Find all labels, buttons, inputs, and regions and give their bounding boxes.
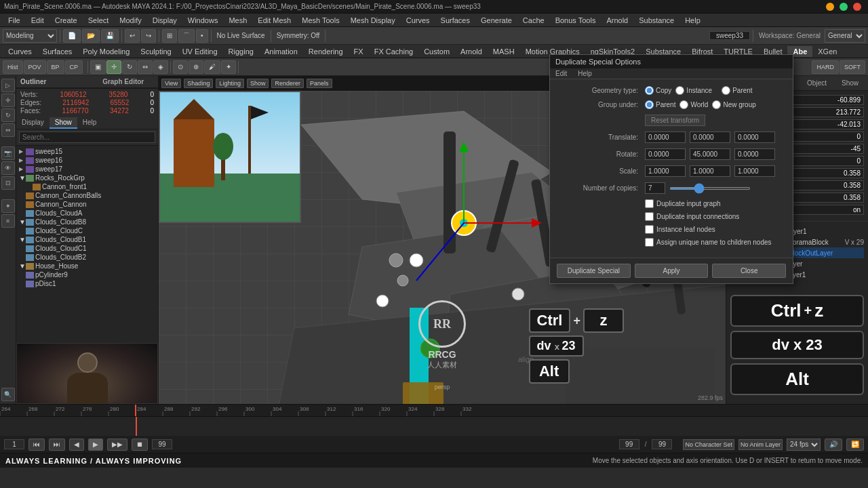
menu-windows[interactable]: Windows <box>182 15 224 26</box>
menu-create[interactable]: Create <box>50 15 83 26</box>
newgroup-gu-radio-label[interactable]: New group <box>712 100 755 109</box>
menu-bonus[interactable]: Bonus Tools <box>550 15 601 26</box>
parent-gu-radio[interactable] <box>645 100 654 109</box>
isolate-select-btn[interactable]: ⊡ <box>1 176 15 190</box>
translate-y-dialog[interactable] <box>690 131 730 143</box>
vp-show-menu[interactable]: Show <box>247 79 269 88</box>
close-btn[interactable] <box>853 3 861 11</box>
menu-mesh[interactable]: Mesh <box>223 15 252 26</box>
save-file-btn[interactable]: 💾 <box>101 29 119 43</box>
assign-unique-cb[interactable] <box>645 238 654 247</box>
dup-input-conn-cb[interactable] <box>645 212 654 221</box>
menu-file[interactable]: File <box>3 15 26 26</box>
go-start-btn[interactable]: ⏮ <box>28 439 45 451</box>
smenu-mash[interactable]: MASH <box>488 46 520 57</box>
num-copies-slider[interactable] <box>669 187 751 190</box>
snap-curve-btn[interactable]: ⌒ <box>178 29 195 43</box>
dialog-menu-edit[interactable]: Edit <box>550 68 572 79</box>
tree-item-sweep15[interactable]: ▶ sweep15 <box>16 147 158 156</box>
menu-curves[interactable]: Curves <box>401 15 435 26</box>
tree-item-rocks[interactable]: ▼ Rocks_RockGrp <box>16 174 158 182</box>
rotate-x-dialog[interactable] <box>645 148 686 160</box>
select-tool[interactable]: ▣ <box>90 60 106 74</box>
tree-item-sweep16[interactable]: ▶ sweep16 <box>16 156 158 165</box>
vp-panels-menu[interactable]: Panels <box>307 79 332 88</box>
scale-x-dialog[interactable] <box>645 165 686 177</box>
reset-transform-btn[interactable]: Reset transform <box>645 115 705 126</box>
tree-item-cloudB2[interactable]: Clouds_CloudB2 <box>16 253 158 262</box>
outliner-search-input[interactable] <box>19 131 155 143</box>
scale-mode-btn[interactable]: ⇔ <box>1 123 15 137</box>
channels-show-tab[interactable]: Show <box>836 78 864 88</box>
rotate-z-dialog[interactable] <box>734 148 775 160</box>
step-fwd-btn[interactable]: ▶▶ <box>107 439 127 451</box>
new-file-btn[interactable]: 📄 <box>63 29 81 43</box>
vp-view-menu[interactable]: View <box>161 79 181 88</box>
step-back-btn[interactable]: ⏭ <box>49 439 65 451</box>
menu-surfaces[interactable]: Surfaces <box>435 15 475 26</box>
select-mode-btn[interactable]: ▷ <box>1 79 15 92</box>
smenu-uvediting[interactable]: UV Editing <box>177 46 223 57</box>
vp-renderer-menu[interactable]: Renderer <box>271 79 304 88</box>
close-btn[interactable]: Close <box>712 264 786 278</box>
go-end-btn[interactable]: ⏹ <box>132 439 148 451</box>
smenu-sculpting[interactable]: Sculpting <box>135 46 176 57</box>
vp-shading-menu[interactable]: Shading <box>184 79 213 88</box>
hist-btn[interactable]: Hist <box>3 60 23 74</box>
tree-item-house[interactable]: ▼ House_House <box>16 262 158 270</box>
smenu-polymodeling[interactable]: Poly Modeling <box>77 46 135 57</box>
smenu-rendering[interactable]: Rendering <box>303 46 349 57</box>
menu-display[interactable]: Display <box>147 15 182 26</box>
bp-btn[interactable]: BP <box>47 60 64 74</box>
newgroup-gu-radio[interactable] <box>712 100 721 109</box>
smenu-animation[interactable]: Animation <box>259 46 303 57</box>
workspace-select[interactable]: General <box>825 29 865 43</box>
smenu-curves[interactable]: Curves <box>3 46 37 57</box>
cp-btn[interactable]: CP <box>65 60 83 74</box>
instance-leaf-cb[interactable] <box>645 225 654 234</box>
pov-btn[interactable]: POV <box>24 60 46 74</box>
paint-tool[interactable]: ⊕ <box>189 60 203 74</box>
scale-y-dialog[interactable] <box>690 165 730 177</box>
frame-start-input[interactable] <box>4 439 24 449</box>
smenu-arnold[interactable]: Arnold <box>455 46 488 57</box>
outliner-tab-display[interactable]: Display <box>16 117 50 129</box>
smenu-xgen[interactable]: XGen <box>812 46 842 57</box>
tree-item-cylinder[interactable]: pCylinder9 <box>16 270 158 279</box>
menu-help[interactable]: Help <box>679 15 706 26</box>
smenu-fxcaching[interactable]: FX Caching <box>369 46 418 57</box>
channels-object-tab[interactable]: Object <box>802 78 832 88</box>
dialog-menu-help[interactable]: Help <box>572 68 597 79</box>
minimize-btn[interactable] <box>826 3 834 11</box>
menu-editmesh[interactable]: Edit Mesh <box>252 15 296 26</box>
instance-radio[interactable] <box>675 86 684 95</box>
smenu-rigging[interactable]: Rigging <box>223 46 259 57</box>
tree-item-cannon[interactable]: Cannon_Cannon <box>16 200 158 209</box>
open-file-btn[interactable]: 📂 <box>82 29 100 43</box>
show-hide-btn[interactable]: 👁 <box>1 161 15 175</box>
parent-radio[interactable] <box>722 86 730 95</box>
menu-modify[interactable]: Modify <box>114 15 146 26</box>
apply-btn[interactable]: Apply <box>635 264 709 278</box>
move-tool[interactable]: ✛ <box>106 60 121 74</box>
attribute-editor-btn[interactable]: ≡ <box>1 214 15 228</box>
vp-lighting-menu[interactable]: Lighting <box>216 79 244 88</box>
smenu-fx[interactable]: FX <box>349 46 369 57</box>
menu-arnold[interactable]: Arnold <box>601 15 633 26</box>
no-char-set-label[interactable]: No Character Set <box>683 439 734 450</box>
tree-item-pdisc[interactable]: pDisc1 <box>16 279 158 288</box>
menu-substance[interactable]: Substance <box>633 15 679 26</box>
frame-end-input[interactable] <box>152 439 172 449</box>
copy-radio[interactable] <box>645 86 654 95</box>
paint-effects-btn[interactable]: ✦ <box>1 199 15 213</box>
tree-item-cloudC[interactable]: Clouds_CloudC <box>16 226 158 235</box>
tree-item-cannonballs[interactable]: Cannon_CannonBalls <box>16 191 158 200</box>
sculpt-tool[interactable]: ✦ <box>221 60 236 74</box>
outliner-tab-show[interactable]: Show <box>50 117 77 129</box>
redo-btn[interactable]: ↪ <box>141 29 156 43</box>
hard-label-btn[interactable]: HARD <box>812 60 839 74</box>
loop-btn[interactable]: 🔁 <box>846 439 864 451</box>
sound-toggle-btn[interactable]: 🔊 <box>825 439 842 451</box>
dup-input-graph-cb[interactable] <box>645 199 654 208</box>
play-fwd-btn[interactable]: ▶ <box>88 439 103 451</box>
